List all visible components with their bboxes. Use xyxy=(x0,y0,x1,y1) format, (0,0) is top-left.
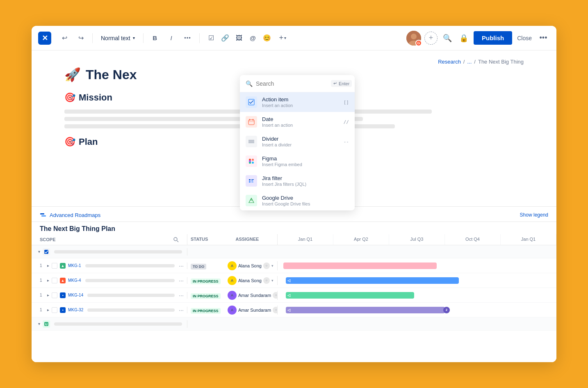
title-emoji: 🚀 xyxy=(64,67,81,82)
jira-icon xyxy=(246,175,257,187)
quarter-1: Jan Q1 xyxy=(278,234,333,245)
emoji-button[interactable]: 😊 xyxy=(260,32,273,45)
row-status-mkg14: IN PROGRESS xyxy=(187,292,224,299)
figma-desc: Insert Figma embed xyxy=(262,162,349,167)
row-timeline-mkg14: ◁ xyxy=(278,288,556,303)
roadmap-nav-label[interactable]: Advanced Roadmaps xyxy=(50,212,100,218)
quarter-5: Jan Q1 xyxy=(501,234,556,245)
content-area: Research / ... / The Next Big Thing 🚀 Th… xyxy=(32,50,556,362)
row-scope-mkg4: 1 ▸ ▲ MKG-4 ··· xyxy=(32,277,187,284)
show-legend-button[interactable]: Show legend xyxy=(520,212,548,218)
undo-button[interactable]: ↩ xyxy=(58,32,71,45)
dropdown-arrow-2[interactable]: ▾ xyxy=(271,278,273,283)
ticket-bar-mkg14 xyxy=(87,294,175,297)
roadmap-section: Advanced Roadmaps Show legend The Next B… xyxy=(32,206,556,362)
assignee-name-3: Amar Sundaram xyxy=(238,293,271,298)
ticket-bar-mkg1 xyxy=(85,264,175,267)
user-avatar-container[interactable]: G xyxy=(406,31,421,46)
plan-emoji: 🎯 xyxy=(64,137,75,147)
task-button[interactable]: ☑ xyxy=(205,32,218,45)
text-style-label: Normal text xyxy=(101,35,130,41)
row-expand[interactable]: ▸ xyxy=(47,263,49,268)
row-expand[interactable]: ▸ xyxy=(47,278,49,283)
row-checkbox[interactable] xyxy=(52,292,57,298)
add-collaborator-button[interactable]: + xyxy=(424,32,438,45)
dropdown-item-date[interactable]: Date Insert an action // xyxy=(240,112,355,132)
text-style-dropdown[interactable]: Normal text ▾ xyxy=(98,33,138,43)
group-scope-2: ▾ U xyxy=(32,320,187,328)
row-num: 1 xyxy=(40,263,45,268)
ticket-id-mkg4[interactable]: MKG-4 xyxy=(68,278,81,283)
dropdown-item-divider[interactable]: Divider Insert a divider -- xyxy=(240,132,355,151)
ticket-id-mkg32[interactable]: MKG-32 xyxy=(68,308,83,312)
row-scope-mkg32: 1 ▸ ▪ MKG-32 ··· xyxy=(32,307,187,313)
more-dots-mkg1[interactable]: ··· xyxy=(179,262,184,269)
row-expand[interactable]: ▸ xyxy=(47,293,49,297)
row-timeline-mkg32: ◁ 2 xyxy=(278,303,556,317)
status-badge-inprogress-32: IN PROGRESS xyxy=(191,308,221,314)
row-checkbox[interactable] xyxy=(52,307,57,313)
search-icon-small[interactable] xyxy=(173,237,179,242)
assignee-avatar-3: A xyxy=(228,291,237,300)
row-assignee-mkg1: A Alana Song ○ ▾ xyxy=(224,261,277,270)
scope-label: SCOPE xyxy=(40,237,56,242)
row-fields-mkg1: TO DO A Alana Song ○ ▾ xyxy=(187,261,278,270)
title-text: The Nex xyxy=(86,67,137,82)
publish-button[interactable]: Publish xyxy=(474,31,512,45)
toolbar: ✕ ↩ ↪ Normal text ▾ B I ••• ☑ 🔗 🖼 @ 😊 + … xyxy=(32,26,556,50)
redo-button[interactable]: ↪ xyxy=(74,32,87,45)
link-button[interactable]: 🔗 xyxy=(219,32,232,45)
status-badge-inprogress-14: IN PROGRESS xyxy=(191,293,221,299)
lock-button[interactable]: 🔒 xyxy=(457,32,470,45)
search-button[interactable]: 🔍 xyxy=(441,32,454,45)
group-bar-2 xyxy=(54,322,182,326)
row-checkbox[interactable] xyxy=(52,263,57,269)
svg-rect-4 xyxy=(248,120,254,125)
row-fields-mkg4: IN PROGRESS A Alana Song ○ ▾ xyxy=(187,276,278,285)
status-badge-inprogress: IN PROGRESS xyxy=(191,278,221,284)
action-item-icon xyxy=(246,96,257,108)
row-timeline-mkg4: ◁ xyxy=(278,273,556,288)
row-scope-mkg1: 1 ▸ ▲ MKG-1 ··· xyxy=(32,262,187,269)
close-button[interactable]: Close xyxy=(515,32,533,45)
dropdown-search-input[interactable] xyxy=(256,80,328,87)
gantt-bar-mkg14: ◁ xyxy=(286,292,414,299)
row-expand[interactable]: ▸ xyxy=(47,308,49,312)
more-dots-mkg14[interactable]: ··· xyxy=(179,292,184,299)
ticket-id-mkg14[interactable]: MKG-14 xyxy=(68,293,83,297)
italic-button[interactable]: I xyxy=(165,32,178,45)
group-scope-1: ▾ xyxy=(32,248,187,256)
group-icon-2: U xyxy=(43,320,50,328)
ticket-id-mkg1[interactable]: MKG-1 xyxy=(68,263,81,268)
more-dots-mkg32[interactable]: ··· xyxy=(179,307,184,313)
group-row-2: ▾ U xyxy=(32,317,556,331)
dropdown-item-jira[interactable]: Jira filter Insert Jira filters (JQL) xyxy=(240,171,355,191)
dropdown-item-action[interactable]: Action item Insert an action [] xyxy=(240,92,355,112)
avatar-badge: G xyxy=(415,40,422,46)
svg-marker-22 xyxy=(250,198,253,200)
group-chevron-1[interactable]: ▾ xyxy=(38,249,40,254)
insert-plus-button[interactable]: + ▾ xyxy=(277,32,289,44)
assignee-icon-4: ○ xyxy=(273,307,278,313)
row-assignee-mkg14: A Amar Sundaram ○ ▾ xyxy=(224,291,278,300)
assignee-icon-3: ○ xyxy=(273,292,278,299)
confluence-logo: ✕ xyxy=(38,32,51,45)
more-options-button[interactable]: ••• xyxy=(537,32,550,45)
row-checkbox[interactable] xyxy=(52,278,57,283)
table-row-mkg4: 1 ▸ ▲ MKG-4 ··· IN PROGRESS A Alana Song xyxy=(32,273,556,288)
divider-icon xyxy=(246,136,257,147)
table-row-mkg1: 1 ▸ ▲ MKG-1 ··· TO DO A Alana Song ○ xyxy=(32,258,556,273)
dropdown-item-google-drive[interactable]: Google Drive Insert Google Drive files xyxy=(240,191,355,210)
bold-button[interactable]: B xyxy=(148,32,162,45)
more-formats-button[interactable]: ••• xyxy=(181,32,194,45)
action-item-label: Action item xyxy=(262,96,339,103)
group-chevron-2[interactable]: ▾ xyxy=(38,322,40,326)
row-fields-mkg32: IN PROGRESS A Amar Sundaram ○ ▾ xyxy=(187,306,278,315)
mention-button[interactable]: @ xyxy=(246,32,260,45)
gantt-bar-mkg1 xyxy=(283,262,437,269)
dropdown-item-figma[interactable]: Figma Insert Figma embed xyxy=(240,151,355,171)
dropdown-arrow-1[interactable]: ▾ xyxy=(271,264,273,268)
image-button[interactable]: 🖼 xyxy=(232,32,246,45)
figma-icon xyxy=(246,155,257,167)
more-dots-mkg4[interactable]: ··· xyxy=(179,277,184,284)
